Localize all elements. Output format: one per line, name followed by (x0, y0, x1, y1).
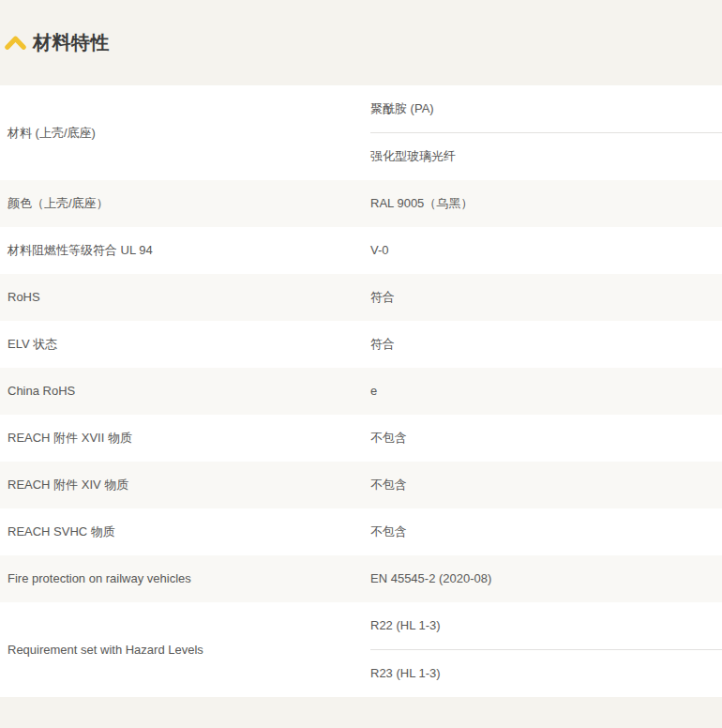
row-value: V-0 (370, 227, 722, 274)
row-value: 聚酰胺 (PA) (370, 85, 722, 132)
row-value-group: 聚酰胺 (PA)强化型玻璃光纤 (370, 85, 722, 180)
table-row: RoHS符合 (0, 274, 722, 321)
row-value: RAL 9005（乌黑） (370, 180, 722, 227)
row-label: REACH SVHC 物质 (0, 508, 370, 555)
table-row: China RoHSe (0, 368, 722, 415)
section-header-material-properties[interactable]: 材料特性 (0, 0, 722, 85)
row-value: R23 (HL 1-3) (370, 650, 722, 697)
row-label: Requirement set with Hazard Levels (0, 602, 370, 697)
table-row: REACH 附件 XIV 物质不包含 (0, 462, 722, 508)
table-row: REACH SVHC 物质不包含 (0, 508, 722, 555)
row-value-group: RAL 9005（乌黑） (370, 180, 722, 227)
row-value-group: V-0 (370, 227, 722, 274)
row-label: RoHS (0, 274, 370, 321)
row-label: REACH 附件 XIV 物质 (0, 462, 370, 508)
table-row: 颜色（上壳/底座）RAL 9005（乌黑） (0, 180, 722, 227)
row-value-group: R22 (HL 1-3)R23 (HL 1-3) (370, 602, 722, 697)
table-row: Requirement set with Hazard LevelsR22 (H… (0, 602, 722, 697)
table-row: Fire protection on railway vehiclesEN 45… (0, 555, 722, 602)
table-row: REACH 附件 XVII 物质不包含 (0, 415, 722, 462)
row-value-group: 符合 (370, 274, 722, 321)
table-row: 材料阻燃性等级符合 UL 94V-0 (0, 227, 722, 274)
row-value: e (370, 368, 722, 415)
section-title: 材料特性 (33, 30, 110, 55)
table-row: 材料 (上壳/底座)聚酰胺 (PA)强化型玻璃光纤 (0, 85, 722, 180)
chevron-up-icon[interactable] (5, 36, 26, 50)
row-value: 符合 (370, 274, 722, 321)
row-label: REACH 附件 XVII 物质 (0, 415, 370, 462)
row-value-group: 符合 (370, 321, 722, 368)
table-row: ELV 状态符合 (0, 321, 722, 368)
row-value: R22 (HL 1-3) (370, 602, 722, 649)
row-value: 不包含 (370, 462, 722, 508)
row-value: EN 45545-2 (2020-08) (370, 555, 722, 602)
row-label: China RoHS (0, 368, 370, 415)
row-label: 材料阻燃性等级符合 UL 94 (0, 227, 370, 274)
row-label: Fire protection on railway vehicles (0, 555, 370, 602)
row-value: 强化型玻璃光纤 (370, 133, 722, 180)
row-value-group: 不包含 (370, 415, 722, 462)
row-value: 符合 (370, 321, 722, 368)
row-label: 颜色（上壳/底座） (0, 180, 370, 227)
row-value-group: e (370, 368, 722, 415)
row-value-group: EN 45545-2 (2020-08) (370, 555, 722, 602)
row-value-group: 不包含 (370, 462, 722, 508)
row-label: ELV 状态 (0, 321, 370, 368)
row-value: 不包含 (370, 415, 722, 462)
material-properties-table: 材料 (上壳/底座)聚酰胺 (PA)强化型玻璃光纤颜色（上壳/底座）RAL 90… (0, 85, 722, 697)
row-value: 不包含 (370, 508, 722, 555)
row-label: 材料 (上壳/底座) (0, 85, 370, 180)
row-value-group: 不包含 (370, 508, 722, 555)
